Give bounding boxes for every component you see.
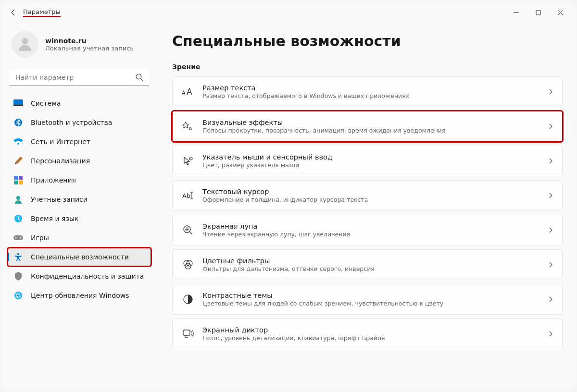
chevron-right-icon xyxy=(548,191,553,200)
sidebar: winnote.ru Локальная учетная запись Сист… xyxy=(2,23,155,390)
sidebar-item-label: Учетные записи xyxy=(31,196,88,203)
svg-point-2 xyxy=(136,74,141,79)
narrator-icon xyxy=(181,327,195,341)
svg-text:A: A xyxy=(187,87,192,97)
main-content: Специальные возможности Зрение AAРазмер … xyxy=(155,23,575,390)
card-title: Экранная лупа xyxy=(202,222,548,230)
search-input[interactable] xyxy=(10,69,149,86)
bluetooth-icon xyxy=(13,118,23,127)
account-block[interactable]: winnote.ru Локальная учетная запись xyxy=(8,27,151,66)
effects-icon xyxy=(181,120,195,133)
sidebar-item-accessibility[interactable]: Специальные возможности xyxy=(8,248,151,266)
sidebar-item-label: Конфиденциальность и защита xyxy=(31,272,144,280)
sidebar-item-label: Время и язык xyxy=(31,215,78,222)
svg-rect-0 xyxy=(536,11,540,15)
chevron-right-icon xyxy=(548,330,553,339)
sidebar-item-accounts[interactable]: Учетные записи xyxy=(8,190,151,208)
search-wrap xyxy=(10,69,149,86)
svg-rect-4 xyxy=(13,105,23,106)
page-title: Специальные возможности xyxy=(172,33,563,49)
magnifier-icon xyxy=(181,223,195,237)
setting-card-effects[interactable]: Визуальные эффектыПолосы прокрутки, проз… xyxy=(172,111,563,142)
sidebar-item-update[interactable]: Центр обновления Windows xyxy=(8,286,151,305)
card-subtitle: Размер текста, отображаемого в Windows и… xyxy=(202,92,548,99)
account-name: winnote.ru xyxy=(45,37,134,45)
svg-rect-13 xyxy=(13,235,23,240)
close-button[interactable] xyxy=(549,5,571,20)
setting-card-textcursor[interactable]: AbТекстовый курсорОформление и толщина, … xyxy=(172,180,563,211)
setting-card-textsize[interactable]: AAРазмер текстаРазмер текста, отображаем… xyxy=(172,76,563,107)
chevron-right-icon xyxy=(548,226,553,235)
setting-card-colorfilter[interactable]: Цветные фильтрыФильтры для дальтонизма, … xyxy=(172,249,563,280)
sidebar-item-system[interactable]: Система xyxy=(8,94,151,112)
sidebar-item-bluetooth[interactable]: Bluetooth и устройства xyxy=(8,113,151,132)
contrast-icon xyxy=(181,293,195,306)
setting-card-contrast[interactable]: Контрастные темыЦветовые темы для людей … xyxy=(172,284,563,315)
titlebar: Параметры xyxy=(2,2,575,23)
minimize-button[interactable] xyxy=(505,5,527,20)
window-controls xyxy=(505,5,571,20)
svg-point-14 xyxy=(15,237,17,239)
card-title: Указатель мыши и сенсорный ввод xyxy=(202,153,548,161)
search-icon xyxy=(135,73,143,83)
card-title: Размер текста xyxy=(202,84,548,92)
svg-point-6 xyxy=(17,143,19,145)
accessibility-icon xyxy=(13,252,23,262)
textcursor-icon: Ab xyxy=(181,189,195,202)
card-subtitle: Чтение через экранную лупу, шаг увеличен… xyxy=(202,231,548,238)
sidebar-item-wifi[interactable]: Сеть и Интернет xyxy=(8,133,151,151)
section-title: Зрение xyxy=(172,63,563,71)
svg-point-20 xyxy=(189,157,192,160)
sidebar-item-apps[interactable]: Приложения xyxy=(8,171,151,189)
chevron-right-icon xyxy=(548,260,553,270)
card-subtitle: Цветовые темы для людей со слабым зрение… xyxy=(202,300,548,307)
wifi-icon xyxy=(13,137,23,147)
sidebar-item-label: Приложения xyxy=(31,176,76,184)
textsize-icon: AA xyxy=(181,85,195,98)
sidebar-item-games[interactable]: Игры xyxy=(8,229,151,247)
setting-card-narrator[interactable]: Экранный дикторГолос, уровень детализаци… xyxy=(172,318,563,349)
card-subtitle: Полосы прокрутки, прозрачность, анимация… xyxy=(202,127,548,134)
svg-rect-7 xyxy=(14,176,18,180)
svg-rect-10 xyxy=(19,181,23,184)
maximize-button[interactable] xyxy=(527,5,549,20)
chevron-right-icon xyxy=(548,157,553,166)
apps-icon xyxy=(13,175,23,185)
update-icon xyxy=(13,291,23,300)
system-icon xyxy=(13,98,23,108)
svg-point-11 xyxy=(16,196,20,200)
chevron-right-icon xyxy=(548,122,553,131)
card-title: Текстовый курсор xyxy=(202,188,548,196)
colorfilter-icon xyxy=(181,258,195,271)
sidebar-item-label: Bluetooth и устройства xyxy=(31,119,112,126)
sidebar-item-label: Система xyxy=(31,99,61,107)
svg-point-1 xyxy=(22,38,28,44)
personalize-icon xyxy=(13,156,23,166)
svg-point-17 xyxy=(14,292,22,299)
sidebar-item-label: Персонализация xyxy=(31,157,90,165)
sidebar-item-label: Специальные возможности xyxy=(31,253,129,261)
sidebar-item-personalize[interactable]: Персонализация xyxy=(8,152,151,170)
chevron-right-icon xyxy=(548,87,553,97)
svg-text:A: A xyxy=(182,90,186,96)
svg-text:Ab: Ab xyxy=(182,192,190,199)
svg-rect-27 xyxy=(183,330,190,335)
setting-card-magnifier[interactable]: Экранная лупаЧтение через экранную лупу,… xyxy=(172,215,563,245)
setting-card-pointer[interactable]: Указатель мыши и сенсорный вводЦвет, раз… xyxy=(172,146,563,176)
settings-cards: AAРазмер текстаРазмер текста, отображаем… xyxy=(172,76,563,351)
back-button[interactable] xyxy=(6,5,21,20)
svg-rect-8 xyxy=(19,176,23,180)
pointer-icon xyxy=(181,154,195,168)
svg-rect-9 xyxy=(14,181,18,184)
sidebar-item-time[interactable]: Время и язык xyxy=(8,209,151,228)
card-title: Экранный диктор xyxy=(202,326,548,334)
chevron-right-icon xyxy=(548,295,553,304)
sidebar-item-privacy[interactable]: Конфиденциальность и защита xyxy=(8,267,151,285)
svg-point-16 xyxy=(17,253,19,255)
card-title: Контрастные темы xyxy=(202,292,548,299)
svg-point-15 xyxy=(20,237,22,239)
sidebar-item-label: Сеть и Интернет xyxy=(31,138,90,146)
games-icon xyxy=(13,233,23,243)
privacy-icon xyxy=(13,271,23,281)
card-title: Визуальные эффекты xyxy=(202,119,548,126)
